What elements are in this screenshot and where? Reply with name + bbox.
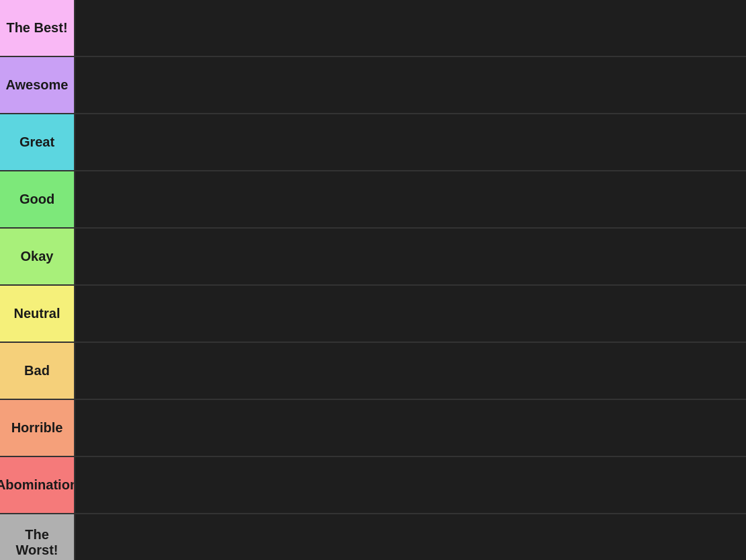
tier-row-horrible: Horrible: [0, 400, 746, 457]
tier-row-okay: Okay: [0, 229, 746, 286]
tier-label-the-best: The Best!: [0, 0, 74, 56]
tier-label-okay: Okay: [0, 229, 74, 284]
tier-row-the-best: The Best!: [0, 0, 746, 57]
tier-list: The Best!AwesomeGreatGoodOkayNeutralBadH…: [0, 0, 746, 560]
tier-row-good: Good: [0, 171, 746, 229]
tier-content-awesome[interactable]: [74, 57, 746, 113]
tier-row-the-worst: The Worst!: [0, 514, 746, 560]
tier-label-awesome: Awesome: [0, 57, 74, 113]
tier-row-neutral: Neutral: [0, 286, 746, 343]
tier-row-abomination: Abomination: [0, 457, 746, 514]
tier-content-great[interactable]: [74, 114, 746, 170]
tier-label-horrible: Horrible: [0, 400, 74, 456]
tier-label-great: Great: [0, 114, 74, 170]
tier-content-abomination[interactable]: [74, 457, 746, 513]
tier-content-neutral[interactable]: [74, 286, 746, 342]
tier-row-great: Great: [0, 114, 746, 171]
tier-content-okay[interactable]: [74, 229, 746, 284]
tier-content-horrible[interactable]: [74, 400, 746, 456]
tier-content-the-worst[interactable]: [74, 514, 746, 560]
tier-content-good[interactable]: [74, 171, 746, 227]
tier-label-neutral: Neutral: [0, 286, 74, 342]
tier-row-bad: Bad: [0, 343, 746, 400]
tier-label-abomination: Abomination: [0, 457, 74, 513]
tier-row-awesome: Awesome: [0, 57, 746, 114]
tier-content-the-best[interactable]: [74, 0, 746, 56]
tier-content-bad[interactable]: [74, 343, 746, 399]
tier-label-bad: Bad: [0, 343, 74, 399]
tier-label-the-worst: The Worst!: [0, 514, 74, 560]
tier-label-good: Good: [0, 171, 74, 227]
